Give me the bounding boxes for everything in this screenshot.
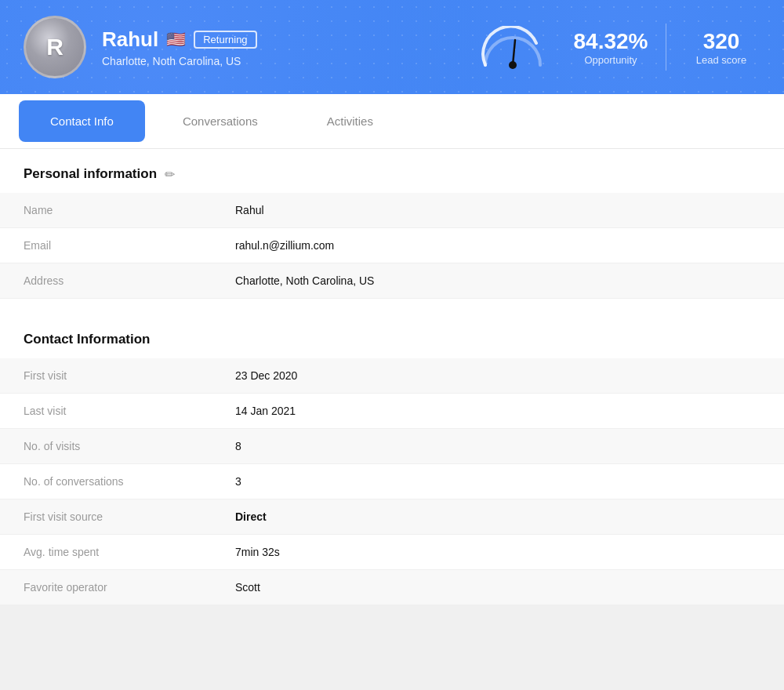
num-visits-label: No. of visits bbox=[24, 440, 235, 452]
num-conversations-row: No. of conversations 3 bbox=[0, 464, 784, 499]
address-value: Charlotte, Noth Carolina, US bbox=[235, 274, 374, 287]
opportunity-value: 84.32% bbox=[574, 29, 648, 54]
avg-time-value: 7min 32s bbox=[235, 546, 280, 558]
email-label: Email bbox=[24, 239, 235, 252]
email-value: rahul.n@zillium.com bbox=[235, 239, 334, 252]
num-conversations-label: No. of conversations bbox=[24, 475, 235, 488]
opportunity-label: Opportunity bbox=[584, 54, 637, 66]
tabs-container: Contact Info Conversations Activities bbox=[0, 94, 784, 149]
edit-icon[interactable]: ✏ bbox=[165, 167, 175, 182]
first-visit-source-label: First visit source bbox=[24, 510, 235, 523]
name-label: Name bbox=[24, 204, 235, 216]
section-gap-1 bbox=[0, 299, 784, 314]
last-visit-label: Last visit bbox=[24, 405, 235, 417]
lead-score-value: 320 bbox=[703, 29, 740, 54]
favorite-operator-value: Scott bbox=[235, 581, 260, 594]
first-visit-label: First visit bbox=[24, 369, 235, 382]
header-name-row: Rahul 🇺🇸 Returning bbox=[102, 27, 462, 52]
stats-divider bbox=[666, 24, 666, 71]
first-visit-value: 23 Dec 2020 bbox=[235, 369, 297, 382]
tab-conversations[interactable]: Conversations bbox=[151, 100, 289, 142]
contact-location: Charlotte, Noth Carolina, US bbox=[102, 55, 462, 67]
flag-icon: 🇺🇸 bbox=[166, 30, 186, 49]
avg-time-row: Avg. time spent 7min 32s bbox=[0, 535, 784, 570]
avatar-letter: R bbox=[46, 34, 64, 60]
contact-info-section-header: Contact Information bbox=[0, 314, 784, 358]
avg-time-label: Avg. time spent bbox=[24, 546, 235, 558]
lead-score-stat: 320 Lead score bbox=[682, 29, 760, 66]
contact-info-rows: First visit 23 Dec 2020 Last visit 14 Ja… bbox=[0, 358, 784, 605]
last-visit-row: Last visit 14 Jan 2021 bbox=[0, 394, 784, 429]
contact-info-title: Contact Information bbox=[24, 332, 151, 347]
first-visit-source-value: Direct bbox=[235, 510, 267, 523]
lead-score-label: Lead score bbox=[696, 54, 746, 66]
gauge-container bbox=[477, 26, 548, 69]
gauge-svg bbox=[477, 26, 548, 69]
address-label: Address bbox=[24, 274, 235, 287]
header-info: Rahul 🇺🇸 Returning Charlotte, Noth Carol… bbox=[102, 27, 462, 67]
personal-info-section-header: Personal information ✏ bbox=[0, 149, 784, 193]
personal-info-title: Personal information bbox=[24, 166, 157, 182]
avatar: R bbox=[24, 16, 86, 78]
personal-info-name-row: Name Rahul bbox=[0, 193, 784, 228]
first-visit-row: First visit 23 Dec 2020 bbox=[0, 358, 784, 394]
tab-contact-info[interactable]: Contact Info bbox=[19, 100, 145, 142]
num-visits-row: No. of visits 8 bbox=[0, 429, 784, 464]
favorite-operator-label: Favorite operator bbox=[24, 581, 235, 594]
header: R Rahul 🇺🇸 Returning Charlotte, Noth Car… bbox=[0, 0, 784, 94]
favorite-operator-row: Favorite operator Scott bbox=[0, 570, 784, 605]
num-conversations-value: 3 bbox=[235, 475, 241, 488]
returning-badge: Returning bbox=[194, 31, 256, 49]
contact-name: Rahul bbox=[102, 27, 158, 52]
num-visits-value: 8 bbox=[235, 440, 241, 452]
opportunity-stat: 84.32% Opportunity bbox=[572, 29, 650, 66]
content-area: Personal information ✏ Name Rahul Email … bbox=[0, 149, 784, 605]
first-visit-source-row: First visit source Direct bbox=[0, 499, 784, 535]
name-value: Rahul bbox=[235, 204, 264, 216]
last-visit-value: 14 Jan 2021 bbox=[235, 405, 296, 417]
personal-info-address-row: Address Charlotte, Noth Carolina, US bbox=[0, 263, 784, 299]
svg-point-1 bbox=[509, 61, 517, 69]
tab-activities[interactable]: Activities bbox=[296, 100, 405, 142]
personal-info-email-row: Email rahul.n@zillium.com bbox=[0, 228, 784, 263]
personal-info-rows: Name Rahul Email rahul.n@zillium.com Add… bbox=[0, 193, 784, 299]
